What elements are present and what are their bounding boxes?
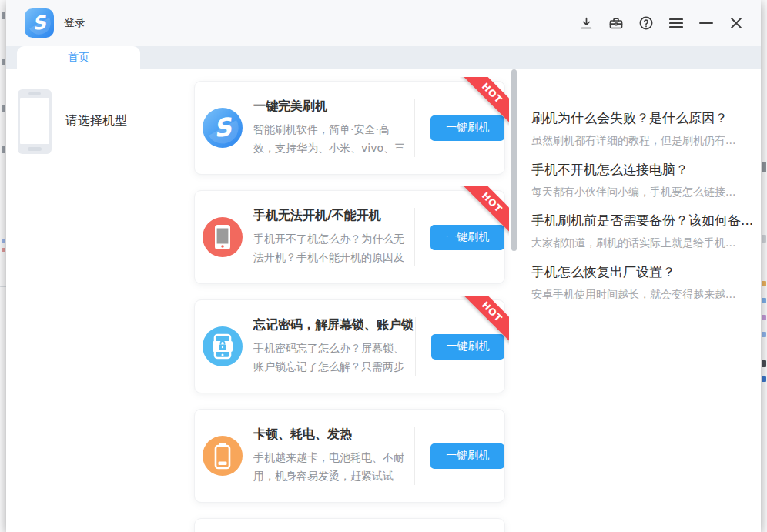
card-divider <box>414 208 415 266</box>
login-link[interactable]: 登录 <box>64 16 85 30</box>
app-logo: S <box>25 8 54 38</box>
help-icon[interactable] <box>635 12 657 34</box>
card-title: 卡顿、耗电、发热 <box>253 427 407 443</box>
menu-icon[interactable] <box>665 12 687 34</box>
article-desc: 虽然刷机都有详细的教程，但是刷机仍有... <box>531 133 764 149</box>
device-selector-label: 请选择机型 <box>65 113 127 129</box>
svg-text:S: S <box>212 112 235 143</box>
articles-list: 刷机为什么会失败？是什么原因？ 虽然刷机都有详细的教程，但是刷机仍有... 手机… <box>531 69 764 315</box>
flash-button[interactable]: 一键刷机 <box>430 225 504 250</box>
article-item[interactable]: 手机怎么恢复出厂设置？ 安卓手机使用时间越长，就会变得越来越... <box>531 263 764 303</box>
article-desc: 安卓手机使用时间越长，就会变得越来越... <box>531 287 764 303</box>
phone-placeholder-icon <box>18 89 52 154</box>
card-text: 一键完美刷机 智能刷机软件，简单·安全·高效，支持华为、小米、vivo、三星、乐… <box>253 99 407 157</box>
card-desc: 智能刷机软件，简单·安全·高效，支持华为、小米、vivo、三星、乐... <box>253 120 407 157</box>
card-desc: 手机越来越卡，电池耗电、不耐用，机身容易发烫，赶紧试试这... <box>253 448 407 485</box>
article-title[interactable]: 手机不开机怎么连接电脑？ <box>531 161 764 178</box>
article-item[interactable]: 手机不开机怎么连接电脑？ 每天都有小伙伴问小编，手机要怎么链接... <box>531 161 764 200</box>
card-text: 手机无法开机/不能开机 手机开不了机怎么办？为什么无法开机？手机不能开机的原因及… <box>253 208 407 266</box>
card-title: 手机无法开机/不能开机 <box>253 208 407 224</box>
article-title[interactable]: 手机刷机前是否需要备份？该如何备... <box>531 212 764 229</box>
card-text: 卡顿、耗电、发热 手机越来越卡，电池耗电、不耐用，机身容易发烫，赶紧试试这... <box>253 427 407 485</box>
device-selector[interactable]: 请选择机型 <box>6 69 194 532</box>
feature-cards: S 一键完美刷机 智能刷机软件，简单·安全·高效，支持华为、小米、vivo、三星… <box>194 69 511 532</box>
app-window: S 登录 <box>6 0 761 532</box>
close-icon[interactable] <box>725 12 747 34</box>
toolbox-icon[interactable] <box>605 12 627 34</box>
card-phone-wont-boot[interactable]: 手机无法开机/不能开机 手机开不了机怎么办？为什么无法开机？手机不能开机的原因及… <box>194 190 505 284</box>
card-divider <box>414 99 415 157</box>
card-unlock-password[interactable]: 忘记密码，解屏幕锁、账户锁 手机密码忘了怎么办？屏幕锁、账户锁忘记了怎么解？只需… <box>194 299 505 393</box>
card-text: 忘记密码，解屏幕锁、账户锁 手机密码忘了怎么办？屏幕锁、账户锁忘记了怎么解？只需… <box>253 317 407 376</box>
tabbar: 首页 <box>6 46 761 69</box>
card-title: 一键完美刷机 <box>253 99 407 115</box>
phone-icon <box>203 217 243 257</box>
card-lag-battery-heat[interactable]: 卡顿、耗电、发热 手机越来越卡，电池耗电、不耐用，机身容易发烫，赶紧试试这...… <box>194 409 505 503</box>
article-title[interactable]: 手机怎么恢复出厂设置？ <box>531 263 764 280</box>
phone-lock-icon <box>203 326 243 366</box>
titlebar: S 登录 <box>6 0 761 46</box>
card-divider <box>415 317 416 376</box>
article-title[interactable]: 刷机为什么会失败？是什么原因？ <box>531 109 764 126</box>
tab-home[interactable]: 首页 <box>17 46 140 69</box>
download-icon[interactable] <box>575 12 597 34</box>
card-desc: 手机密码忘了怎么办？屏幕锁、账户锁忘记了怎么解？只需两步就... <box>253 339 407 376</box>
article-desc: 每天都有小伙伴问小编，手机要怎么链接... <box>531 185 764 200</box>
background-window-left-edge <box>0 0 6 532</box>
flash-button[interactable]: 一键刷机 <box>431 334 504 360</box>
card-partial-next[interactable] <box>194 518 505 532</box>
card-desc: 手机开不了机怎么办？为什么无法开机？手机不能开机的原因及解... <box>253 229 407 266</box>
card-title: 忘记密码，解屏幕锁、账户锁 <box>253 317 407 333</box>
card-divider <box>414 427 415 485</box>
minimize-icon[interactable] <box>695 12 717 34</box>
card-one-click-flash[interactable]: S 一键完美刷机 智能刷机软件，简单·安全·高效，支持华为、小米、vivo、三星… <box>194 81 505 175</box>
article-desc: 大家都知道，刷机的话实际上就是给手机... <box>531 236 764 251</box>
tab-home-label: 首页 <box>68 51 89 65</box>
vertical-scrollbar-thumb[interactable] <box>511 69 517 251</box>
battery-icon <box>203 436 243 476</box>
flash-button[interactable]: 一键刷机 <box>430 443 504 469</box>
brand-s-icon: S <box>203 108 243 148</box>
main-content: 请选择机型 S 一键完美刷机 智能刷机软件，简单·安全·高效，支持华为、小米、v… <box>6 69 761 532</box>
article-item[interactable]: 刷机为什么会失败？是什么原因？ 虽然刷机都有详细的教程，但是刷机仍有... <box>531 109 764 149</box>
article-item[interactable]: 手机刷机前是否需要备份？该如何备... 大家都知道，刷机的话实际上就是给手机..… <box>531 212 764 251</box>
flash-button[interactable]: 一键刷机 <box>430 115 504 141</box>
